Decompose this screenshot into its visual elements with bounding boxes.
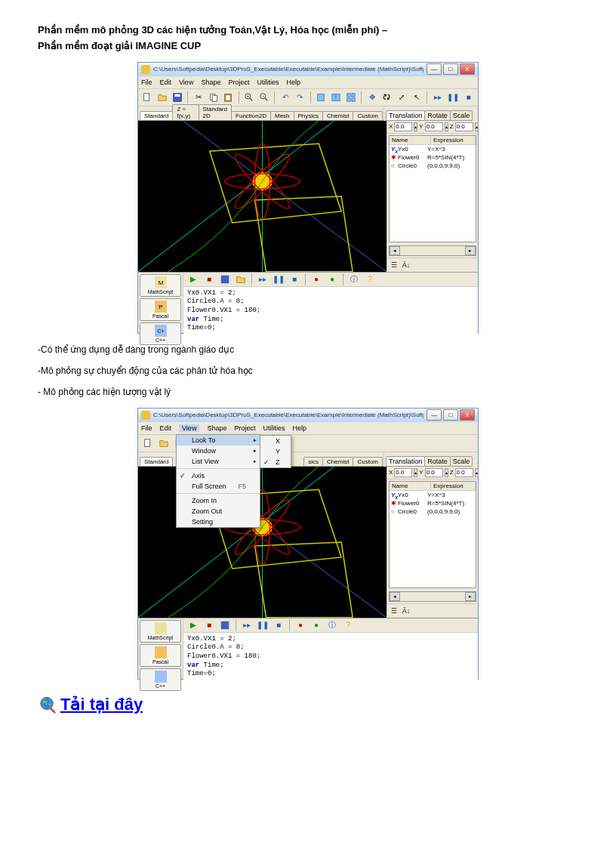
maximize-button[interactable]: □ (443, 409, 458, 421)
script-info-icon[interactable]: ⓘ (347, 273, 361, 286)
side-tab-translation[interactable]: Translation (386, 110, 425, 121)
menu-shape[interactable]: Shape (201, 79, 220, 86)
minimize-button[interactable]: — (427, 63, 442, 75)
tab-standard2d[interactable]: Standard 2D (199, 104, 233, 120)
tab-physics-partial[interactable]: sics (303, 457, 323, 466)
side-tab-rotate[interactable]: Rotate (424, 456, 451, 467)
tool-pointer-icon[interactable]: ↖ (411, 91, 424, 104)
script-stop-icon[interactable]: ■ (288, 273, 301, 286)
script-tab-mathscript[interactable]: M MathScript (140, 274, 181, 297)
panel-props-icon[interactable]: ☰ (389, 606, 399, 616)
tool-stop-icon[interactable]: ■ (462, 91, 475, 104)
menu-edit[interactable]: Edit (160, 79, 172, 86)
tab-physics[interactable]: Physics (294, 111, 324, 120)
script-run-icon[interactable]: ▶ (186, 273, 200, 286)
3d-viewport[interactable] (138, 121, 387, 272)
script-editor[interactable]: Yx0.VX1 = 2; Circle0.A = 0; Flower0.VX1 … (183, 633, 478, 681)
script-step-icon[interactable]: ● (325, 273, 339, 286)
tab-custom[interactable]: Custom (353, 457, 383, 466)
script-tab-cpp[interactable]: C++ (140, 668, 181, 691)
horiz-scrollbar[interactable]: ◂▸ (389, 591, 476, 602)
tab-custom[interactable]: Custom (353, 111, 383, 120)
tool-zoom-in-icon[interactable]: + (243, 91, 256, 104)
script-tab-mathscript[interactable]: MathScript (140, 620, 181, 643)
script-run-icon[interactable]: ▶ (186, 618, 200, 632)
menu-help[interactable]: Help (292, 424, 306, 432)
close-button[interactable]: X (460, 63, 475, 75)
scroll-right-button[interactable]: ▸ (465, 246, 476, 255)
tool-open-icon[interactable] (157, 436, 171, 450)
panel-props-icon[interactable]: ☰ (389, 260, 399, 270)
minimize-button[interactable]: — (427, 409, 442, 421)
script-check-icon[interactable]: ■ (202, 273, 216, 286)
coord-z-stepper[interactable]: ▴ (475, 122, 479, 131)
coord-y-stepper[interactable]: ▴ (445, 122, 448, 131)
script-check-icon[interactable]: ■ (202, 618, 216, 632)
object-row[interactable]: ○Circle0 (0,0,0,9.9,0) (390, 162, 476, 170)
tab-standard[interactable]: Standard (140, 457, 173, 466)
object-row[interactable]: ○Circle0(0,0,0,9.9,0) (390, 507, 476, 516)
object-row[interactable]: ✱Flower0R=5*SIN(4*T) (390, 499, 476, 507)
script-save-icon[interactable] (218, 618, 232, 632)
script-break-icon[interactable]: ● (294, 618, 307, 632)
script-pause-icon[interactable]: ❚❚ (272, 273, 285, 286)
menu-shape[interactable]: Shape (207, 424, 226, 432)
script-help-icon[interactable]: ? (363, 273, 377, 286)
tool-redo-icon[interactable]: ↷ (294, 91, 306, 104)
close-button[interactable]: X (460, 409, 475, 421)
menu-item-look-x[interactable]: X (260, 436, 291, 446)
coord-x-stepper[interactable]: ▴ (414, 122, 417, 131)
tool-pause-icon[interactable]: ❚❚ (446, 91, 460, 104)
tool-view-4-icon[interactable] (344, 91, 357, 104)
menu-file[interactable]: File (141, 79, 152, 86)
menu-view[interactable]: View (179, 424, 199, 432)
menu-item-window[interactable]: Window▸ (177, 446, 260, 456)
tool-rotate-icon[interactable]: 🗘 (380, 91, 393, 104)
tool-undo-icon[interactable]: ↶ (279, 91, 291, 104)
coord-y-input[interactable] (425, 468, 443, 477)
tool-view-1-icon[interactable] (315, 91, 328, 104)
tab-chemist[interactable]: Chemist (322, 457, 353, 466)
tool-zoom-out-icon[interactable]: − (258, 91, 271, 104)
menu-edit[interactable]: Edit (160, 424, 172, 432)
object-row[interactable]: YxYx0 Y=X^3 (390, 145, 476, 153)
side-tab-scale[interactable]: Scale (450, 456, 473, 467)
script-help-icon[interactable]: ? (341, 618, 355, 632)
script-tab-pascal[interactable]: P Pascal (140, 298, 181, 321)
side-tab-translation[interactable]: Translation (386, 456, 425, 467)
script-break-icon[interactable]: ● (310, 273, 323, 286)
menu-file[interactable]: File (141, 424, 152, 432)
tool-cut-icon[interactable]: ✂ (192, 91, 205, 104)
tab-mesh[interactable]: Mesh (270, 111, 294, 120)
script-stop-icon[interactable]: ■ (272, 618, 285, 632)
tool-view-2-icon[interactable] (330, 91, 343, 104)
tool-new-icon[interactable] (141, 436, 155, 450)
tool-move-icon[interactable]: ✥ (365, 91, 378, 104)
side-tab-scale[interactable]: Scale (450, 110, 473, 121)
script-save-icon[interactable] (218, 273, 232, 286)
coord-y-input[interactable] (425, 122, 443, 131)
object-row[interactable]: ✱Flower0 R=5*SIN(4*T) (390, 153, 476, 162)
download-link[interactable]: Tải tại đây (60, 695, 143, 714)
menu-item-zoom-in[interactable]: Zoom In (177, 495, 260, 506)
tool-play-icon[interactable]: ▸▸ (431, 91, 444, 104)
tool-save-icon[interactable] (171, 91, 184, 104)
script-step-icon[interactable]: ● (310, 618, 323, 632)
menu-item-look-to[interactable]: Look To▸ X Y ✓Z (177, 435, 260, 446)
menu-utilities[interactable]: Utilities (263, 424, 285, 432)
script-editor[interactable]: Yx0.VX1 = 2; Circle0.A = 0; Flower0.VX1 … (183, 287, 478, 335)
menu-view[interactable]: View (179, 79, 193, 86)
script-open-icon[interactable] (234, 273, 248, 286)
menu-item-setting[interactable]: Setting (177, 517, 260, 527)
menu-item-zoom-out[interactable]: Zoom Out (177, 506, 260, 517)
panel-sort-icon[interactable]: Â↓ (401, 260, 411, 270)
menu-item-look-y[interactable]: Y (260, 446, 291, 457)
maximize-button[interactable]: □ (443, 63, 458, 75)
coord-z-input[interactable] (455, 122, 473, 131)
tab-standard[interactable]: Standard (140, 111, 173, 120)
tool-scale-icon[interactable]: ⤢ (396, 91, 408, 104)
side-tab-rotate[interactable]: Rotate (424, 110, 451, 121)
menu-item-full-screen[interactable]: Full ScreenF5 (177, 481, 260, 492)
menu-help[interactable]: Help (286, 79, 300, 86)
coord-z-input[interactable] (455, 468, 473, 477)
